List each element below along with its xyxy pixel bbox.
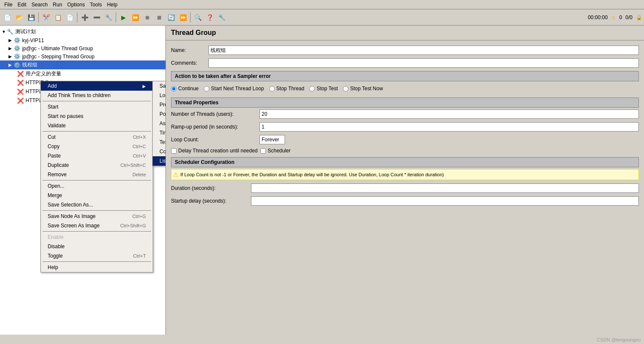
- menu-tools[interactable]: Tools: [87, 1, 104, 9]
- toolbar-cut[interactable]: ✂️: [40, 12, 51, 23]
- context-toggle[interactable]: Toggle Ctrl+T: [41, 251, 153, 261]
- radio-stop-test[interactable]: Stop Test: [309, 86, 338, 92]
- context-disable[interactable]: Disable: [41, 242, 153, 251]
- threads-input[interactable]: [259, 109, 639, 119]
- radio-stop-test-now[interactable]: Stop Test Now: [343, 86, 383, 92]
- toolbar-config[interactable]: 🔧: [216, 12, 227, 23]
- submenu-logic-controller[interactable]: Logic Controller ▶: [153, 91, 166, 100]
- tree-item-threadgroup[interactable]: ▶ ⚙️ 线程组: [0, 60, 165, 69]
- toolbar-settings[interactable]: 🔧: [103, 12, 114, 23]
- radio-stop-test-input[interactable]: [309, 86, 315, 92]
- context-open[interactable]: Open...: [41, 181, 153, 191]
- context-copy[interactable]: Copy Ctrl+C: [41, 142, 153, 151]
- duration-row: Duration (seconds):: [171, 183, 639, 193]
- radio-next-loop-input[interactable]: [204, 86, 209, 92]
- context-cut-label: Cut: [48, 134, 56, 140]
- submenu-post-processors-label: Post Processors: [160, 111, 166, 117]
- toolbar-remove[interactable]: ➖: [91, 12, 102, 23]
- tree-label-user-vars: 用户定义的变量: [26, 70, 61, 77]
- context-cut-shortcut: Ctrl+X: [133, 135, 146, 140]
- context-start-no-pause-label: Start no pauses: [48, 113, 83, 119]
- toolbar-next[interactable]: ⏩: [177, 12, 188, 23]
- form-area: Name: Comments: Action to be taken after…: [166, 40, 644, 214]
- toolbar-search[interactable]: 🔍: [192, 12, 203, 23]
- context-save-screen-image[interactable]: Save Screen As Image Ctrl+Shift+G: [41, 221, 153, 230]
- tree-icon-root: 🔧: [7, 29, 14, 35]
- context-help[interactable]: Help: [41, 263, 153, 272]
- radio-continue-input[interactable]: [171, 86, 177, 92]
- tree-label-stepping: jp@gc - Stepping Thread Group: [22, 54, 94, 60]
- menu-edit[interactable]: Edit: [15, 1, 29, 9]
- radio-continue[interactable]: Continue: [171, 86, 199, 92]
- context-duplicate[interactable]: Duplicate Ctrl+Shift+C: [41, 161, 153, 170]
- left-panel: ▼ 🔧 测试计划 ▶ ⚙️ kyj-VIP11 ▶ ⚙️ jp@gc - Ult…: [0, 26, 166, 335]
- radio-stop-thread-label: Stop Thread: [276, 86, 305, 92]
- duration-input[interactable]: [251, 183, 639, 193]
- context-validate[interactable]: Validate: [41, 121, 153, 130]
- submenu-test-fragment[interactable]: Test Fragment ▶: [153, 138, 166, 147]
- toolbar: 📄 📂 💾 ✂️ 📋 📄 ➕ ➖ 🔧 ▶ ⏩ ⏺ ⏹ 🔄 ⏩ 🔍 ❓ 🔧 00:…: [0, 9, 644, 26]
- submenu-pre-processors[interactable]: Pre Processors ▶: [153, 100, 166, 109]
- tree-item-kyj[interactable]: ▶ ⚙️ kyj-VIP11: [0, 36, 165, 44]
- submenu-assertions-label: Assertions: [160, 120, 166, 126]
- toolbar-open[interactable]: 📂: [14, 12, 25, 23]
- radio-stop-thread[interactable]: Stop Thread: [269, 86, 305, 92]
- tree-item-stepping[interactable]: ▶ ⚙️ jp@gc - Stepping Thread Group: [0, 52, 165, 60]
- toolbar-new[interactable]: 📄: [2, 12, 13, 23]
- submenu-sampler[interactable]: Sampler ▶: [153, 81, 166, 91]
- radio-stop-test-now-label: Stop Test Now: [350, 86, 383, 92]
- loop-row: Loop Count:: [171, 135, 639, 144]
- context-sep1: [43, 101, 151, 101]
- context-save-node-image-label: Save Node As Image: [48, 213, 96, 219]
- radio-stop-test-now-input[interactable]: [343, 86, 348, 92]
- tree-label-threadgroup: 线程组: [22, 61, 37, 69]
- ramp-input[interactable]: [259, 122, 639, 132]
- toolbar-refresh[interactable]: 🔄: [165, 12, 177, 23]
- startup-input[interactable]: [251, 196, 639, 206]
- menu-run[interactable]: Run: [50, 1, 65, 9]
- toolbar-start[interactable]: ▶: [118, 12, 129, 23]
- tree-toggle-ultimate: ▶: [9, 46, 14, 51]
- delay-checkbox[interactable]: [171, 148, 177, 154]
- toolbar-add[interactable]: ➕: [79, 12, 90, 23]
- tree-item-ultimate[interactable]: ▶ ⚙️ jp@gc - Ultimate Thread Group: [0, 44, 165, 52]
- toolbar-warning-count: 0: [619, 14, 622, 20]
- loop-input[interactable]: [259, 135, 285, 144]
- radio-next-loop[interactable]: Start Next Thread Loop: [204, 86, 264, 92]
- submenu-timer[interactable]: Timer ▶: [153, 128, 166, 138]
- menu-file[interactable]: File: [2, 1, 15, 9]
- context-save-node-image[interactable]: Save Node As Image Ctrl+G: [41, 212, 153, 221]
- context-add-think-times-label: Add Think Times to children: [48, 92, 111, 98]
- scheduler-checkbox[interactable]: [260, 148, 266, 154]
- toolbar-start-no-pause[interactable]: ⏩: [130, 12, 141, 23]
- context-start-no-pause[interactable]: Start no pauses: [41, 112, 153, 121]
- menu-help[interactable]: Help: [104, 1, 120, 9]
- context-cut[interactable]: Cut Ctrl+X: [41, 132, 153, 142]
- context-start[interactable]: Start: [41, 102, 153, 112]
- toolbar-help[interactable]: ❓: [204, 12, 215, 23]
- tree-item-user-vars[interactable]: ❌ 用户定义的变量: [0, 69, 165, 78]
- submenu-assertions[interactable]: Assertions ▶: [153, 119, 166, 128]
- menu-options[interactable]: Options: [65, 1, 87, 9]
- context-save-selection[interactable]: Save Selection As...: [41, 200, 153, 209]
- toolbar-copy[interactable]: 📋: [52, 12, 63, 23]
- context-add[interactable]: Add ▶: [41, 81, 153, 91]
- threads-row: Number of Threads (users):: [171, 109, 639, 119]
- toolbar-stop2[interactable]: ⏹: [154, 12, 165, 23]
- name-input[interactable]: [208, 46, 639, 55]
- radio-stop-thread-input[interactable]: [269, 86, 275, 92]
- toolbar-save[interactable]: 💾: [26, 12, 37, 23]
- context-add-think-times[interactable]: Add Think Times to children: [41, 91, 153, 100]
- menu-search[interactable]: Search: [29, 1, 50, 9]
- comments-input[interactable]: [208, 58, 639, 68]
- context-remove[interactable]: Remove Delete: [41, 170, 153, 179]
- submenu-config-element[interactable]: Config Element ▶: [153, 147, 166, 156]
- toolbar-stop[interactable]: ⏺: [142, 12, 153, 23]
- submenu-post-processors[interactable]: Post Processors ▶: [153, 109, 166, 119]
- toolbar-lock-icon: 🔒: [636, 14, 642, 20]
- context-merge[interactable]: Merge: [41, 191, 153, 200]
- context-paste[interactable]: Paste Ctrl+V: [41, 151, 153, 161]
- tree-item-root[interactable]: ▼ 🔧 测试计划: [0, 27, 165, 36]
- submenu-listener[interactable]: Listener ▶: [153, 156, 166, 166]
- toolbar-paste[interactable]: 📄: [64, 12, 75, 23]
